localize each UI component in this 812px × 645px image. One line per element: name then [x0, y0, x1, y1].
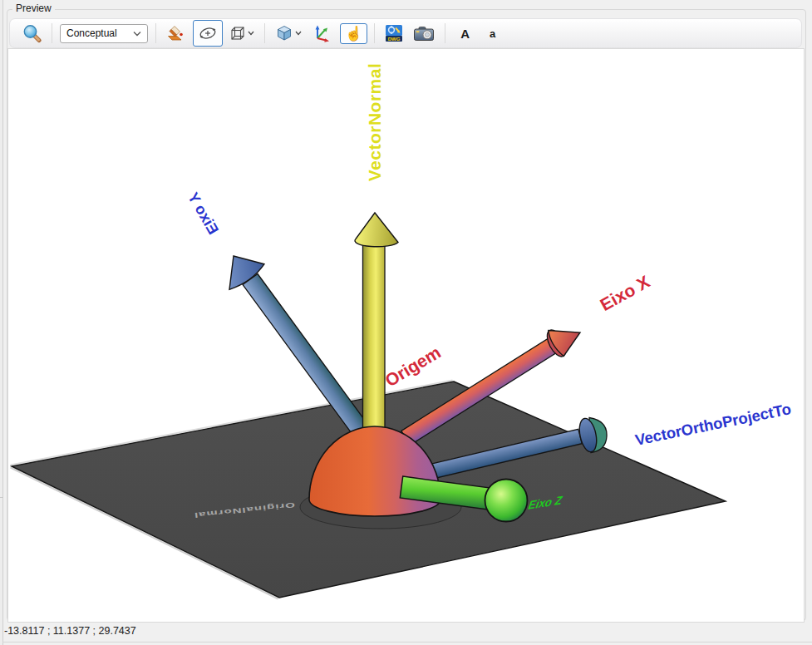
visual-style-select[interactable]: Conceptual — [60, 24, 148, 43]
render-style-button[interactable] — [163, 21, 189, 46]
axes-icon — [312, 23, 333, 43]
preview-toolbar: Conceptual — [9, 18, 802, 48]
chevron-down-icon — [295, 31, 302, 36]
toolbar-separator — [445, 23, 445, 43]
view-cube-button[interactable] — [226, 22, 258, 44]
window-left-tick — [0, 497, 3, 498]
chevron-down-icon — [248, 31, 254, 36]
magnifier-icon — [22, 23, 42, 43]
chevron-down-icon — [133, 31, 141, 37]
label-vector-normal: VectorNormal — [365, 63, 385, 182]
toolbar-separator — [155, 23, 156, 43]
3d-scene — [8, 49, 804, 622]
camera-icon — [413, 24, 435, 42]
visual-style-value: Conceptual — [66, 27, 117, 39]
text-small-button[interactable]: a — [485, 27, 500, 41]
snapshot-button[interactable] — [410, 22, 438, 45]
hand-icon: ☝ — [345, 27, 362, 41]
cube-icon — [229, 25, 246, 42]
iso-view-button[interactable] — [272, 22, 305, 45]
window-bottom-edge — [2, 642, 812, 643]
toolbar-separator — [52, 23, 52, 43]
ucs-axes-button[interactable] — [308, 21, 337, 46]
text-large-button[interactable]: A — [455, 26, 475, 42]
export-dwg-button[interactable]: DWG — [381, 22, 406, 45]
pan-tool-button[interactable]: ☝ — [340, 23, 367, 44]
zoom-tool-button[interactable] — [18, 21, 45, 46]
preview-groupbox: Preview Conceptual — [7, 9, 806, 621]
dwg-icon: DWG — [385, 24, 403, 42]
paint-brush-icon — [166, 23, 186, 43]
toolbar-separator — [264, 23, 265, 43]
orbit-tool-button[interactable] — [193, 20, 223, 47]
statusbar-coordinates: -13.8117 ; 11.1377 ; 29.7437 — [4, 625, 136, 637]
dwg-icon-label: DWG — [388, 37, 401, 42]
preview-viewport[interactable]: VectorNormal Eixo Y Eixo X Origem Vector… — [7, 48, 805, 623]
window-left-edge — [0, 0, 3, 645]
iso-cube-icon — [275, 24, 293, 42]
orbit-icon — [198, 23, 218, 43]
toolbar-separator — [374, 23, 375, 43]
panel-title: Preview — [12, 2, 55, 14]
